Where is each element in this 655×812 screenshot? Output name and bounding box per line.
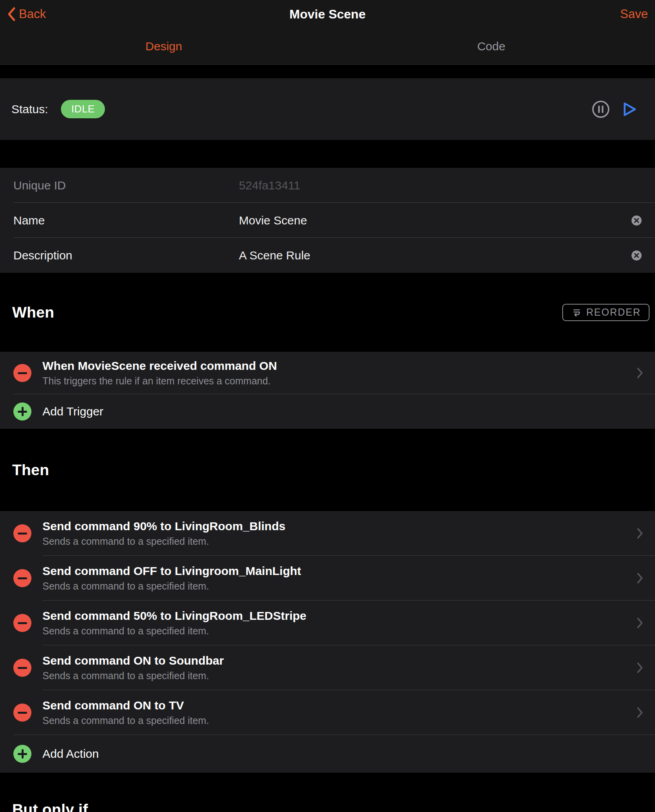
action-subtitle: Sends a command to a specified item. [42,715,209,726]
action-texts: Send command 50% to LivingRoom_LEDStripe… [42,609,306,637]
name-input-value[interactable]: Movie Scene [239,214,307,227]
then-section-header: Then [0,429,655,511]
chevron-right-icon [637,707,643,718]
action-title: Send command 90% to LivingRoom_Blinds [42,520,285,533]
add-trigger-label: Add Trigger [42,405,103,418]
unique-id-row: Unique ID 524fa13411 [0,168,655,203]
name-label: Name [13,214,45,227]
status-section: Status: IDLE [0,78,655,140]
status-controls [591,100,638,119]
remove-action-button[interactable] [13,569,31,587]
action-title: Send command ON to Soundbar [42,654,224,667]
pause-button[interactable] [591,100,610,119]
status-label: Status: [11,103,48,116]
chevron-right-icon [637,527,643,539]
description-input-value[interactable]: A Scene Rule [239,249,310,262]
when-section-header: When REORDER [0,273,655,352]
description-label: Description [13,249,72,262]
name-row: Name Movie Scene [0,203,655,238]
action-row[interactable]: Send command ON to Soundbar Sends a comm… [0,645,655,690]
action-row[interactable]: Send command OFF to Livingroom_MainLight… [0,556,655,601]
chevron-right-icon [637,617,643,629]
unique-id-value: 524fa13411 [239,179,300,192]
action-subtitle: Sends a command to a specified item. [42,670,224,682]
remove-action-button[interactable] [13,659,31,677]
save-button[interactable]: Save [620,7,655,21]
plus-icon [13,402,31,421]
action-texts: Send command ON to TV Sends a command to… [42,699,209,726]
action-row[interactable]: Send command 50% to LivingRoom_LEDStripe… [0,601,655,645]
navbar-top-row: Back Movie Scene Save [0,0,655,28]
navbar: Back Movie Scene Save Design Code [0,0,655,65]
back-button[interactable]: Back [0,7,46,22]
remove-action-button[interactable] [13,704,31,722]
trigger-texts: When MovieScene received command ON This… [42,359,277,387]
add-action-button[interactable]: Add Action [0,735,655,773]
then-heading: Then [12,461,49,479]
unique-id-label: Unique ID [13,179,66,192]
trigger-list: When MovieScene received command ON This… [0,352,655,429]
status-badge: IDLE [61,100,105,118]
chevron-right-icon [637,367,643,379]
tab-design[interactable]: Design [0,28,328,64]
page-title: Movie Scene [0,7,655,22]
run-button[interactable] [621,101,638,118]
clear-icon [631,250,642,261]
trigger-row[interactable]: When MovieScene received command ON This… [0,352,655,394]
clear-description-button[interactable] [631,250,642,261]
description-row: Description A Scene Rule [0,238,655,273]
action-subtitle: Sends a command to a specified item. [42,536,285,547]
add-action-label: Add Action [42,747,99,761]
action-row[interactable]: Send command ON to TV Sends a command to… [0,690,655,735]
rule-details-section: Unique ID 524fa13411 Name Movie Scene De… [0,168,655,273]
action-texts: Send command OFF to Livingroom_MainLight… [42,564,301,592]
action-row[interactable]: Send command 90% to LivingRoom_Blinds Se… [0,511,655,556]
but-only-if-heading: But only if [12,801,88,812]
remove-trigger-button[interactable] [13,364,31,382]
action-title: Send command 50% to LivingRoom_LEDStripe [42,609,306,623]
trigger-title: When MovieScene received command ON [42,359,277,373]
remove-action-button[interactable] [13,524,31,542]
reorder-label: REORDER [586,307,641,318]
action-title: Send command ON to TV [42,699,209,712]
clear-name-button[interactable] [631,215,642,226]
reorder-icon [571,308,582,317]
action-title: Send command OFF to Livingroom_MainLight [42,564,301,578]
chevron-left-icon [6,7,17,22]
chevron-right-icon [637,572,643,584]
when-heading: When [12,304,54,321]
add-trigger-button[interactable]: Add Trigger [0,394,655,429]
plus-icon [13,745,31,763]
action-texts: Send command ON to Soundbar Sends a comm… [42,654,224,682]
but-only-if-section-header: But only if [0,773,655,812]
action-texts: Send command 90% to LivingRoom_Blinds Se… [42,520,285,547]
tab-code[interactable]: Code [328,28,655,64]
action-subtitle: Sends a command to a specified item. [42,625,306,637]
trigger-subtitle: This triggers the rule if an item receiv… [42,375,277,387]
back-label: Back [19,7,46,21]
reorder-button[interactable]: REORDER [562,304,649,321]
chevron-right-icon [637,662,643,674]
tab-bar: Design Code [0,28,655,64]
rule-editor-screen: Back Movie Scene Save Design Code Status… [0,0,655,812]
action-list: Send command 90% to LivingRoom_Blinds Se… [0,511,655,773]
action-subtitle: Sends a command to a specified item. [42,581,301,592]
clear-icon [631,215,642,226]
play-icon [621,101,638,118]
pause-icon [591,100,610,119]
remove-action-button[interactable] [13,614,31,632]
